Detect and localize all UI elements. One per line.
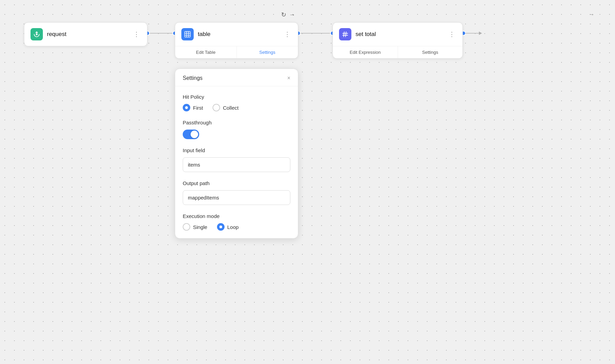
- table-node-title: table: [198, 31, 279, 38]
- hit-policy-label: Hit Policy: [183, 94, 290, 100]
- settings-panel-body: Hit Policy First Collect Passthr: [175, 86, 298, 238]
- passthrough-toggle-wrap: [183, 130, 290, 139]
- svg-line-17: [343, 32, 344, 37]
- svg-marker-10: [479, 32, 482, 35]
- execution-mode-label: Execution mode: [183, 213, 290, 219]
- input-field-input[interactable]: [183, 157, 290, 172]
- table-node-icon: [181, 28, 194, 40]
- input-field-section: Input field: [183, 147, 290, 172]
- request-icon-svg: [33, 31, 40, 38]
- output-path-input[interactable]: [183, 190, 290, 205]
- settings-panel: Settings × Hit Policy First Collect: [175, 69, 298, 239]
- settings-panel-header: Settings ×: [175, 69, 298, 86]
- svg-point-11: [36, 33, 38, 35]
- request-node-icon: [31, 28, 43, 40]
- execution-mode-loop-option[interactable]: Loop: [217, 223, 239, 231]
- hit-policy-first-label: First: [193, 105, 203, 111]
- set-total-edit-button[interactable]: Edit Expression: [333, 46, 398, 58]
- hit-policy-collect-radio[interactable]: [213, 104, 220, 111]
- set-total-node: set total ⋮ Edit Expression Settings: [333, 22, 463, 59]
- hit-policy-radio-group: First Collect: [183, 104, 290, 111]
- request-node-header: request ⋮: [24, 23, 147, 46]
- table-node-menu[interactable]: ⋮: [283, 29, 292, 39]
- table-settings-button[interactable]: Settings: [237, 46, 298, 58]
- request-node: request ⋮: [24, 22, 147, 46]
- svg-line-18: [346, 32, 346, 37]
- passthrough-toggle[interactable]: [183, 130, 199, 139]
- arrow-right-icon: →: [289, 11, 295, 19]
- set-total-node-header: set total ⋮: [333, 23, 462, 46]
- set-total-node-icon: [339, 28, 351, 40]
- hit-policy-collect-option[interactable]: Collect: [213, 104, 239, 111]
- execution-mode-single-option[interactable]: Single: [183, 223, 207, 231]
- far-arrow-icon: →: [588, 11, 594, 18]
- table-edit-button[interactable]: Edit Table: [175, 46, 237, 58]
- set-total-node-footer: Edit Expression Settings: [333, 46, 462, 58]
- set-total-icon-svg: [341, 31, 349, 38]
- table-node: table ⋮ Edit Table Settings: [175, 22, 298, 59]
- settings-close-button[interactable]: ×: [287, 75, 290, 81]
- request-node-title: request: [47, 31, 128, 38]
- hit-policy-first-radio[interactable]: [183, 104, 190, 111]
- passthrough-label: Passthrough: [183, 120, 290, 125]
- top-nav-controls: ↻ →: [281, 11, 295, 19]
- connections-layer: [0, 0, 615, 364]
- output-path-label: Output path: [183, 180, 290, 186]
- table-node-footer: Edit Table Settings: [175, 46, 298, 58]
- table-node-header: table ⋮: [175, 23, 298, 46]
- execution-mode-radio-group: Single Loop: [183, 223, 290, 231]
- set-total-node-menu[interactable]: ⋮: [447, 29, 456, 39]
- set-total-node-title: set total: [355, 31, 443, 38]
- execution-mode-single-radio[interactable]: [183, 223, 190, 231]
- hit-policy-collect-label: Collect: [223, 105, 239, 111]
- table-icon-svg: [184, 31, 191, 38]
- output-path-section: Output path: [183, 180, 290, 205]
- request-node-menu[interactable]: ⋮: [132, 29, 141, 39]
- refresh-icon[interactable]: ↻: [281, 11, 286, 19]
- execution-mode-single-label: Single: [193, 224, 207, 230]
- hit-policy-first-option[interactable]: First: [183, 104, 203, 111]
- execution-mode-section: Execution mode Single Loop: [183, 213, 290, 231]
- execution-mode-loop-label: Loop: [227, 224, 239, 230]
- execution-mode-loop-radio[interactable]: [217, 223, 225, 231]
- passthrough-section: Passthrough: [183, 120, 290, 139]
- hit-policy-section: Hit Policy First Collect: [183, 94, 290, 111]
- settings-panel-title: Settings: [183, 75, 203, 81]
- svg-rect-12: [185, 32, 191, 37]
- input-field-label: Input field: [183, 147, 290, 153]
- workflow-canvas: ↻ → → request ⋮: [0, 0, 615, 364]
- passthrough-toggle-knob: [191, 131, 198, 138]
- set-total-settings-button[interactable]: Settings: [398, 46, 463, 58]
